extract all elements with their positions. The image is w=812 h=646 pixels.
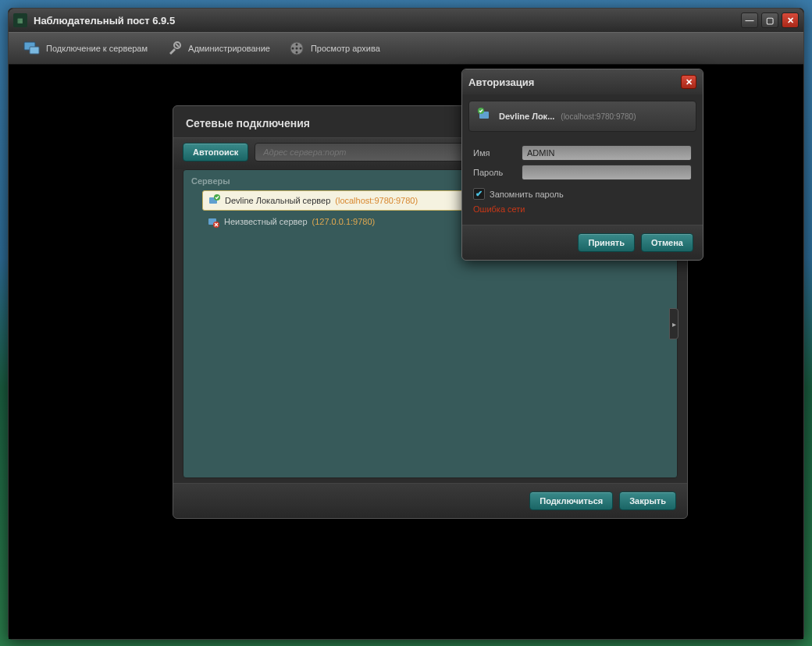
server-ok-icon	[477, 108, 493, 125]
main-toolbar: Подключение к серверам Администрирование…	[9, 32, 803, 65]
toolbar-connect[interactable]: Подключение к серверам	[16, 37, 154, 60]
window-title: Наблюдательный пост 6.9.5	[34, 15, 741, 27]
expand-handle[interactable]: ▸	[669, 308, 678, 339]
remember-label: Запомнить пароль	[490, 190, 564, 199]
network-dialog-footer: Подключиться Закрыть	[173, 483, 687, 518]
toolbar-admin[interactable]: Администрирование	[158, 37, 276, 60]
toolbar-admin-label: Администрирование	[188, 44, 270, 53]
app-icon: ▦	[13, 13, 27, 27]
auth-title: Авторизация	[468, 76, 681, 88]
svg-rect-1	[30, 47, 39, 54]
toolbar-archive[interactable]: Просмотр архива	[281, 37, 386, 60]
auth-close-button[interactable]: ✕	[681, 75, 696, 89]
toolbar-connect-label: Подключение к серверам	[46, 44, 148, 53]
auth-server-name: Devline Лок...	[499, 112, 554, 121]
autosearch-button[interactable]: Автопоиск	[183, 143, 248, 162]
svg-point-8	[295, 48, 297, 50]
toolbar-archive-label: Просмотр архива	[311, 44, 380, 53]
titlebar[interactable]: ▦ Наблюдательный пост 6.9.5 — ▢ ✕	[9, 9, 803, 32]
connect-button[interactable]: Подключиться	[529, 492, 613, 510]
username-label: Имя	[473, 148, 522, 158]
close-button[interactable]: ✕	[782, 12, 799, 28]
auth-server-address: (localhost:9780:9780)	[561, 112, 636, 121]
monitor-network-icon	[23, 40, 41, 57]
server-ok-icon	[208, 194, 220, 207]
auth-server-badge: Devline Лок... (localhost:9780:9780)	[468, 101, 696, 132]
content-area: Сетевые подключения Автопоиск Серверы De…	[9, 65, 803, 639]
username-input[interactable]	[522, 145, 692, 161]
server-address: (localhost:9780:9780)	[335, 196, 418, 205]
authorization-dialog: Авторизация ✕ Devline Лок... (localhost:…	[461, 69, 703, 261]
app-window: ▦ Наблюдательный пост 6.9.5 — ▢ ✕ Подклю…	[8, 8, 804, 640]
tools-icon	[165, 40, 183, 57]
svg-point-6	[295, 51, 297, 54]
server-address: (127.0.0.1:9780)	[312, 217, 376, 226]
server-name: Devline Локальный сервер	[225, 196, 330, 205]
auth-form: Имя Пароль ✔ Запомнить пароль Ошибка сет…	[462, 138, 703, 225]
accept-button[interactable]: Принять	[578, 233, 635, 252]
auth-titlebar[interactable]: Авторизация ✕	[462, 69, 703, 94]
minimize-button[interactable]: —	[741, 12, 758, 28]
remember-checkbox-row[interactable]: ✔ Запомнить пароль	[473, 188, 692, 200]
auth-footer: Принять Отмена	[462, 225, 703, 260]
maximize-button[interactable]: ▢	[761, 12, 778, 28]
server-name: Неизвестный сервер	[224, 217, 308, 226]
cancel-button[interactable]: Отмена	[641, 233, 693, 252]
film-reel-icon	[287, 40, 306, 57]
svg-point-5	[299, 48, 301, 50]
svg-point-4	[295, 44, 297, 46]
password-label: Пароль	[473, 168, 522, 177]
server-error-icon	[207, 215, 219, 228]
close-dialog-button[interactable]: Закрыть	[619, 492, 676, 510]
password-input[interactable]	[522, 165, 692, 180]
auth-error-text: Ошибка сети	[473, 204, 692, 214]
remember-checkbox[interactable]: ✔	[473, 188, 485, 200]
svg-point-7	[291, 48, 294, 50]
